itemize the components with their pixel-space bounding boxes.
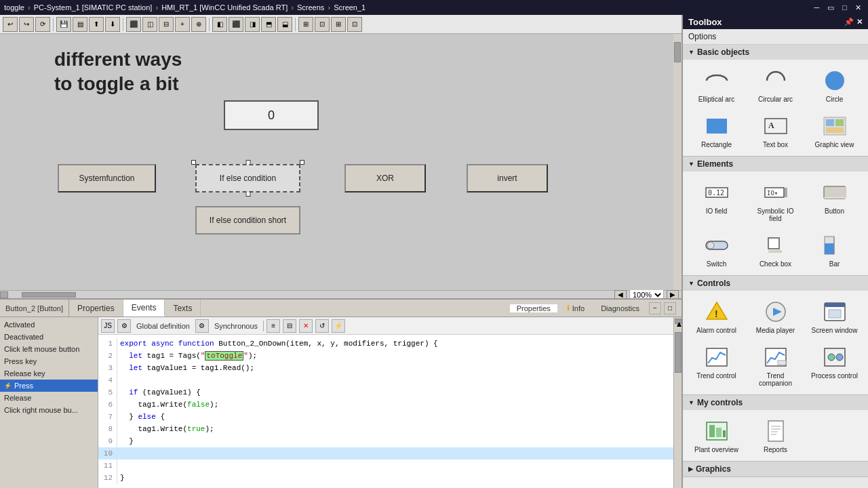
bottom-vscroll-thumb[interactable] (675, 332, 682, 373)
toolbar-btn-1[interactable]: ↩ (3, 17, 18, 32)
section-my-controls-header[interactable]: ▼ My controls (683, 395, 868, 410)
toolbox-item-screen-window[interactable]: Screen window (806, 295, 863, 338)
vscroll-thumb[interactable] (674, 42, 681, 62)
code-icon-sync[interactable]: ⚙ (195, 319, 209, 333)
toolbar-btn-9[interactable]: ◫ (142, 17, 157, 32)
code-btn-x[interactable]: ✕ (299, 319, 313, 333)
code-btn-run[interactable]: ↺ (315, 319, 329, 333)
event-activated[interactable]: Activated (0, 319, 98, 331)
event-click-right[interactable]: Click right mouse bu... (0, 404, 98, 416)
code-btn-2[interactable]: ⊟ (283, 319, 296, 333)
canvas-btn-invert[interactable]: invert (467, 164, 548, 192)
restore-btn[interactable]: ▭ (825, 3, 837, 12)
toolbox-item-plant-overview[interactable]: Plant overview (688, 414, 745, 457)
panel-minimize-btn[interactable]: − (649, 302, 661, 314)
tab-properties[interactable]: Properties (69, 300, 123, 317)
toolbox-item-circle[interactable]: Circle (806, 64, 863, 106)
hscroll-thumb[interactable] (22, 292, 76, 298)
toolbox-item-reports[interactable]: Reports (747, 414, 804, 457)
toolbar-btn-7[interactable]: ⬇ (105, 17, 120, 32)
toolbox-close-btn[interactable]: ✕ (856, 18, 863, 26)
event-deactivated[interactable]: Deactivated (0, 331, 98, 343)
toolbar-btn-dist1[interactable]: ⊞ (298, 17, 313, 32)
code-icon-js[interactable]: JS (101, 319, 115, 333)
code-btn-1[interactable]: ≡ (267, 319, 280, 333)
circular-arc-icon (762, 67, 789, 94)
bottom-vscroll-up[interactable]: ▲ (675, 319, 682, 324)
toolbar-btn-save[interactable]: 💾 (56, 17, 71, 32)
toolbox-title-buttons[interactable]: 📌 ✕ (844, 18, 863, 26)
toolbox-item-media-player[interactable]: Media player (747, 295, 804, 338)
event-press-key[interactable]: Press key (0, 355, 98, 367)
toolbox-item-button[interactable]: Button (806, 176, 863, 226)
event-press[interactable]: ⚡ Press (0, 380, 98, 392)
toolbox-item-trend-control[interactable]: Trend control (688, 340, 745, 390)
zoom-right-btn[interactable]: ▶ (667, 290, 679, 299)
section-elements-header[interactable]: ▼ Elements (683, 157, 868, 171)
toolbar-sep-1 (53, 18, 54, 31)
toolbar-btn-2[interactable]: ↪ (19, 17, 34, 32)
check-box-icon (762, 232, 789, 259)
toolbar-btn-align-c[interactable]: ⬛ (229, 17, 243, 32)
canvas-btn-xor[interactable]: XOR (344, 164, 426, 192)
event-release[interactable]: Release (0, 392, 98, 404)
title-bar-controls[interactable]: ─ ▭ □ ✕ (812, 3, 864, 12)
toolbox-item-elliptical-arc[interactable]: Elliptical arc (688, 64, 745, 106)
close-btn[interactable]: ✕ (852, 3, 864, 12)
toolbox-item-switch[interactable]: Switch (688, 228, 745, 271)
toolbox-item-alarm-control[interactable]: ! Alarm control (688, 295, 745, 338)
info-tab-properties[interactable]: Properties (510, 304, 557, 312)
bottom-vscroll[interactable]: ▲ (673, 317, 682, 488)
toolbox-item-circular-arc[interactable]: Circular arc (747, 64, 804, 106)
svg-rect-38 (716, 428, 722, 437)
tab-texts[interactable]: Texts (165, 300, 201, 317)
canvas-area[interactable]: different ways to toggle a bit 0 Systemf… (0, 34, 682, 290)
toolbar-btn-align-r[interactable]: ◨ (245, 17, 260, 32)
toolbox-item-bar[interactable]: Bar (806, 228, 863, 271)
event-click-left[interactable]: Click left mouse button (0, 343, 98, 355)
toolbox-item-check-box[interactable]: Check box (747, 228, 804, 271)
toolbar-btn-8[interactable]: ⬛ (126, 17, 141, 32)
bottom-context-label: Button_2 [Button] (0, 300, 69, 317)
toolbar-btn-10[interactable]: ⊟ (159, 17, 174, 32)
toolbox-item-text-box[interactable]: A Text box (747, 109, 804, 152)
event-release-key[interactable]: Release key (0, 367, 98, 380)
section-basic-objects-header[interactable]: ▼ Basic objects (683, 45, 868, 60)
info-tab-diagnostics[interactable]: Diagnostics (594, 304, 646, 312)
toolbar-btn-12[interactable]: ⊕ (191, 17, 206, 32)
toolbar-btn-6[interactable]: ⬆ (89, 17, 104, 32)
canvas-vscroll[interactable] (673, 34, 682, 290)
zoom-left-btn[interactable]: ◀ (614, 290, 627, 299)
toolbox-pin-btn[interactable]: 📌 (844, 18, 854, 26)
canvas-textbox[interactable]: 0 (224, 100, 319, 130)
maximize-btn[interactable]: □ (840, 3, 850, 12)
toolbar-btn-dist3[interactable]: ⊞ (331, 17, 346, 32)
canvas-btn-ifelse[interactable]: If else condition (195, 164, 300, 192)
canvas-hscroll[interactable]: ◀ 100% 75% 50% 150% ▶ (0, 290, 682, 298)
toolbar-btn-3[interactable]: ⟳ (35, 17, 50, 32)
toolbar-btn-align-b[interactable]: ⬓ (277, 17, 292, 32)
code-icon-2[interactable]: ⚙ (117, 319, 131, 333)
toolbar-btn-11[interactable]: + (175, 17, 190, 32)
toolbar-btn-5[interactable]: ▤ (73, 17, 87, 32)
toolbar-btn-align-l[interactable]: ◧ (212, 17, 227, 32)
toolbox-item-rectangle[interactable]: Rectangle (688, 109, 745, 152)
section-graphics-header[interactable]: ▶ Graphics (683, 462, 868, 476)
toolbar-btn-dist4[interactable]: ⊡ (347, 17, 362, 32)
toolbar-btn-dist2[interactable]: ⊡ (315, 17, 330, 32)
toolbar-btn-align-t[interactable]: ⬒ (261, 17, 276, 32)
toolbox-item-trend-companion[interactable]: Trend companion (747, 340, 804, 390)
panel-maximize-btn[interactable]: □ (664, 302, 676, 314)
toolbox-item-graphic-view[interactable]: Graphic view (806, 109, 863, 152)
code-btn-debug[interactable]: ⚡ (332, 319, 345, 333)
hscroll-left-btn[interactable] (0, 291, 8, 298)
toolbox-item-process-control[interactable]: Process control (806, 340, 863, 390)
info-tab-info[interactable]: ℹ Info (560, 304, 591, 312)
canvas-btn-ifelse-short[interactable]: If else condition short (195, 206, 300, 235)
toolbox-item-io-field[interactable]: 0.12 IO field (688, 176, 745, 226)
minimize-btn[interactable]: ─ (812, 3, 823, 12)
canvas-btn-systemfunction[interactable]: Systemfunction (58, 164, 156, 192)
section-controls-header[interactable]: ▼ Controls (683, 276, 868, 291)
toolbox-item-symbolic-io-field[interactable]: IO▾ Symbolic IO field (747, 176, 804, 226)
tab-events[interactable]: Events (123, 300, 165, 317)
